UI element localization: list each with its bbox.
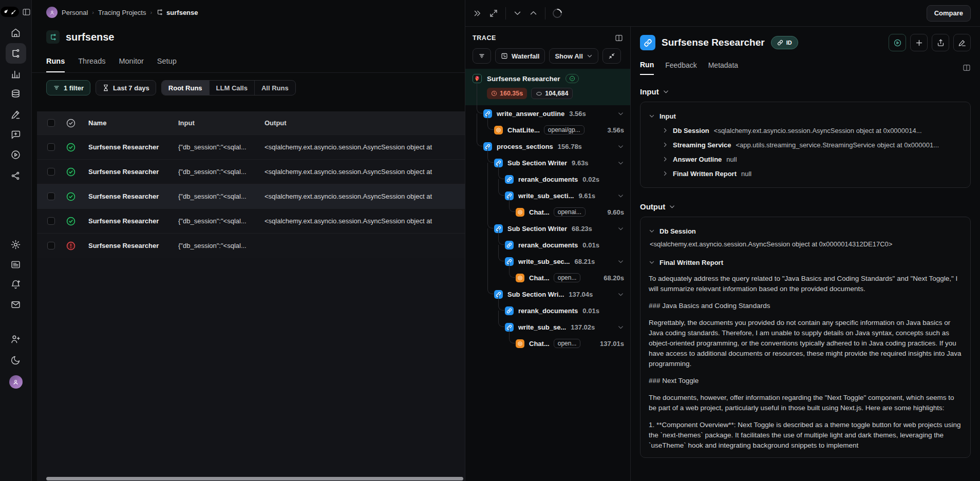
token-coin-icon xyxy=(536,90,542,97)
chevron-down-icon[interactable] xyxy=(617,324,624,331)
langsmith-logo-icon[interactable] xyxy=(1,7,19,17)
breadcrumb-personal[interactable]: Personal xyxy=(62,9,88,16)
collapse-arrows-icon xyxy=(608,52,615,60)
sidebar-item-deployments[interactable] xyxy=(6,165,26,186)
show-all-dropdown[interactable]: Show All xyxy=(549,48,598,64)
segment-llm-calls[interactable]: LLM Calls xyxy=(210,81,255,95)
sidebar-item-docs[interactable] xyxy=(6,254,26,275)
sidebar-item-datasets[interactable] xyxy=(6,84,26,104)
workspace-avatar[interactable] xyxy=(46,7,58,18)
sidebar-item-notifications[interactable] xyxy=(6,274,26,295)
tab-threads[interactable]: Threads xyxy=(78,57,105,72)
input-field-row[interactable]: Streaming Service <app.utils.streaming_s… xyxy=(662,138,962,152)
input-field-row[interactable]: Final Written Report null xyxy=(662,166,962,181)
span-node[interactable]: Chat... open... 137.01s xyxy=(465,335,630,352)
project-tree-icon xyxy=(156,9,163,16)
segment-root-runs[interactable]: Root Runs xyxy=(162,81,210,95)
tab-runs[interactable]: Runs xyxy=(46,57,65,72)
tab-run[interactable]: Run xyxy=(640,61,654,75)
tree-connector xyxy=(498,294,504,311)
sidebar-item-home[interactable] xyxy=(6,22,26,43)
tree-connector xyxy=(509,327,515,343)
open-in-playground-button[interactable] xyxy=(889,34,906,51)
split-view-icon[interactable] xyxy=(615,34,623,42)
chevron-down-icon[interactable] xyxy=(617,110,624,117)
row-checkbox[interactable] xyxy=(47,143,55,151)
row-checkbox[interactable] xyxy=(47,193,55,200)
next-run-chevron-icon[interactable] xyxy=(529,9,538,17)
output-section-header[interactable]: Output xyxy=(640,202,971,211)
column-header-name[interactable]: Name xyxy=(88,119,178,127)
span-node[interactable]: write_sub_se... 137.02s xyxy=(465,319,630,335)
horizontal-scrollbar[interactable] xyxy=(46,477,463,480)
breadcrumb-project[interactable]: surfsense xyxy=(156,9,198,16)
sidebar-item-annotations[interactable] xyxy=(6,104,26,125)
collapse-all-button[interactable] xyxy=(602,48,621,64)
add-to-dataset-button[interactable] xyxy=(910,34,928,51)
select-all-checkbox[interactable] xyxy=(47,119,55,127)
sidebar-item-settings[interactable] xyxy=(6,234,26,255)
trace-root-node[interactable]: Surfsense Researcher 160.35s 104,684 xyxy=(465,69,630,105)
date-range-button[interactable]: Last 7 days xyxy=(96,80,156,95)
tab-feedback[interactable]: Feedback xyxy=(665,61,696,74)
sidebar-item-dark-mode[interactable] xyxy=(6,350,26,370)
compare-button[interactable]: Compare xyxy=(927,5,971,22)
annotate-button[interactable] xyxy=(953,34,971,51)
input-root-row[interactable]: Input xyxy=(649,109,962,123)
input-section-header[interactable]: Input xyxy=(640,87,971,96)
user-avatar[interactable] xyxy=(6,372,26,392)
sidebar-item-tracing-projects[interactable] xyxy=(6,43,26,64)
collapse-panel-icon[interactable] xyxy=(473,9,482,18)
sidebar-item-prompts[interactable] xyxy=(6,124,26,145)
row-checkbox[interactable] xyxy=(47,242,55,249)
chevron-down-icon[interactable] xyxy=(617,160,624,166)
report-paragraph: ### Java Basics and Coding Standards xyxy=(649,301,962,311)
table-row[interactable]: Surfsense Researcher {"db_session":"<sql… xyxy=(37,134,465,159)
status-column-icon xyxy=(66,118,76,128)
chevron-down-icon[interactable] xyxy=(617,143,624,150)
run-input: {"db_session":"<sqlal... xyxy=(178,168,265,176)
chevron-down-icon[interactable] xyxy=(617,193,624,199)
table-row-selected[interactable]: Surfsense Researcher {"db_session":"<sql… xyxy=(37,184,465,208)
chevron-down-icon[interactable] xyxy=(617,291,624,298)
input-field-row[interactable]: Db Session <sqlalchemy.ext.asyncio.sessi… xyxy=(662,123,962,138)
expand-fullscreen-icon[interactable] xyxy=(489,9,498,18)
span-node[interactable]: ChatLite... openai/gp... 3.56s xyxy=(465,122,630,138)
sidebar-item-mail[interactable] xyxy=(6,294,26,315)
sidebar-item-invite-user[interactable] xyxy=(6,329,26,349)
table-row[interactable]: Surfsense Researcher {"db_session":"<sql… xyxy=(37,233,465,258)
run-input: {"db_session":"<sqlal... xyxy=(178,143,265,151)
table-row[interactable]: Surfsense Researcher {"db_session":"<sql… xyxy=(37,159,465,184)
chevron-down-icon[interactable] xyxy=(617,258,624,265)
span-node[interactable]: Sub Section Wri... 137.04s xyxy=(465,286,630,302)
span-node[interactable]: rerank_documents 0.01s xyxy=(465,302,630,319)
breadcrumb-tracing-projects[interactable]: Tracing Projects xyxy=(98,9,146,16)
tab-metadata[interactable]: Metadata xyxy=(708,61,738,74)
input-field-row[interactable]: Answer Outline null xyxy=(662,152,962,166)
sidebar-item-playground[interactable] xyxy=(6,144,26,165)
row-checkbox[interactable] xyxy=(47,168,55,176)
sidebar-toggle-icon[interactable] xyxy=(22,8,31,16)
table-row[interactable]: Surfsense Researcher {"db_session":"<sql… xyxy=(37,208,465,233)
share-run-button[interactable] xyxy=(932,34,949,51)
filter-count-button[interactable]: 1 filter xyxy=(46,80,90,95)
split-view-icon[interactable] xyxy=(963,64,971,72)
sidebar-item-dashboards[interactable] xyxy=(6,64,26,84)
waterfall-button[interactable]: Waterfall xyxy=(495,48,545,64)
tab-setup[interactable]: Setup xyxy=(157,57,177,72)
output-report-row[interactable]: Final Written Report xyxy=(649,255,962,270)
chevron-down-icon[interactable] xyxy=(617,225,624,232)
run-title: Surfsense Researcher xyxy=(662,37,765,48)
previous-run-chevron-icon[interactable] xyxy=(513,9,522,17)
output-db-session-row[interactable]: Db Session xyxy=(649,224,962,238)
run-id-button[interactable]: ID xyxy=(771,36,798,49)
segment-all-runs[interactable]: All Runs xyxy=(255,81,295,95)
trace-topbar: Compare xyxy=(465,0,980,27)
tab-monitor[interactable]: Monitor xyxy=(119,57,143,72)
row-checkbox[interactable] xyxy=(47,217,55,225)
column-header-input[interactable]: Input xyxy=(178,119,265,127)
trace-filter-button[interactable] xyxy=(473,48,491,64)
column-header-output[interactable]: Output xyxy=(265,119,463,127)
tree-connector xyxy=(498,179,504,196)
filter-icon xyxy=(478,52,485,60)
